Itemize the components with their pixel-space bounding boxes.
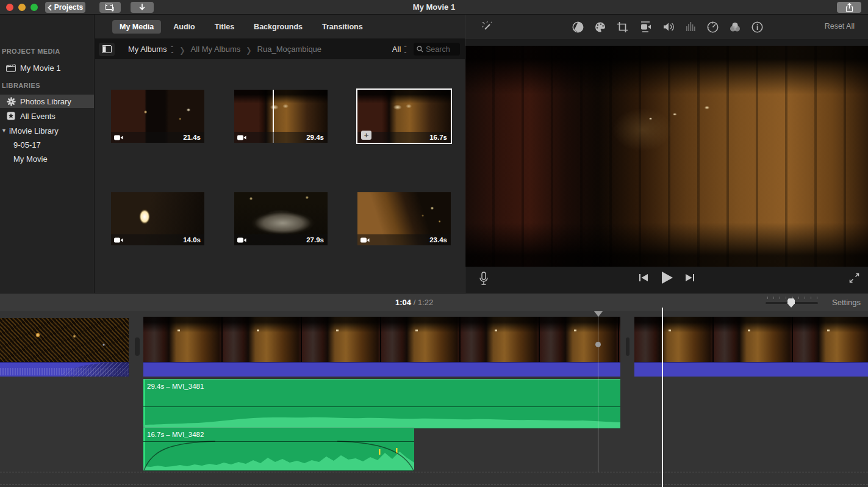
- clip-filter-circles-icon[interactable]: [729, 21, 741, 33]
- tab-audio[interactable]: Audio: [166, 20, 202, 34]
- sidebar-item-event-9-05-17[interactable]: 9-05-17: [0, 138, 94, 151]
- clip-duration: 16.7s: [429, 134, 447, 141]
- skimmer-handle-icon[interactable]: [594, 311, 603, 317]
- star-icon: [6, 112, 16, 120]
- color-balance-icon[interactable]: [572, 21, 584, 33]
- clip-info-icon[interactable]: [751, 21, 763, 33]
- share-button[interactable]: [837, 2, 861, 13]
- project-media-header: PROJECT MEDIA: [2, 48, 60, 55]
- albums-dropdown[interactable]: My Albums ⌃⌃: [128, 45, 174, 54]
- video-camera-icon: [237, 135, 246, 140]
- tab-titles[interactable]: Titles: [207, 20, 242, 34]
- browser-toolbar: My Albums ⌃⌃ › All My Albums › Rua_Moçam…: [95, 39, 465, 59]
- clip-thumbnail-3-selected[interactable]: + 16.7s: [356, 88, 452, 144]
- sidebar-item-all-events[interactable]: All Events: [0, 109, 94, 123]
- enhance-magic-wand-icon[interactable]: [481, 21, 493, 33]
- clip-duration: 23.4s: [429, 236, 447, 244]
- stabilization-camera-icon[interactable]: [639, 21, 652, 33]
- skimmer-dot[interactable]: [595, 342, 601, 347]
- sidebar-toggle-icon: [102, 45, 112, 53]
- timeline-clip-street-trees[interactable]: [0, 318, 129, 363]
- noise-reduction-eq-icon[interactable]: [686, 21, 697, 32]
- time-separator: /: [414, 298, 416, 307]
- breadcrumb-separator-icon: ›: [246, 37, 251, 61]
- back-button-label: Projects: [54, 3, 83, 12]
- previous-frame-button[interactable]: [639, 273, 648, 283]
- updown-chevron-icon: ⌃⌃: [403, 46, 407, 52]
- sidebar-item-label: iMovie Library: [9, 126, 59, 135]
- clip-gap-handle[interactable]: [626, 337, 629, 356]
- timeline-timecode: 1:04 / 1:22: [395, 298, 433, 307]
- sidebar-toggle-button[interactable]: [99, 43, 115, 56]
- audio-clip-mvi-3481[interactable]: 29.4s – MVI_3481: [143, 379, 620, 428]
- timeline-clip-corridor-main[interactable]: [143, 317, 620, 362]
- video-camera-icon: [360, 237, 370, 243]
- sidebar-item-label: 9-05-17: [13, 140, 41, 150]
- reset-all-button[interactable]: Reset All: [825, 22, 855, 31]
- next-frame-button[interactable]: [685, 273, 695, 283]
- timeline-clip-corridor-right[interactable]: [634, 317, 868, 362]
- timeline-clip-audio-band[interactable]: [143, 362, 620, 377]
- sidebar-item-label: Photos Library: [20, 97, 71, 106]
- tab-my-media[interactable]: My Media: [112, 20, 161, 34]
- breadcrumb-all-my-albums[interactable]: All My Albums: [191, 45, 241, 54]
- viewer-pane: Reset All: [465, 15, 868, 293]
- video-preview[interactable]: [465, 46, 868, 267]
- clip-gap-handle[interactable]: [135, 337, 140, 356]
- back-to-projects-button[interactable]: Projects: [45, 2, 85, 13]
- timeline[interactable]: 29.4s – MVI_3481 16.7s – MVI_3482: [0, 311, 868, 487]
- clip-duration: 14.0s: [183, 236, 201, 244]
- video-camera-icon: [114, 237, 123, 243]
- volume-icon[interactable]: [662, 21, 675, 32]
- audio-clip-label: 29.4s – MVI_3481: [147, 383, 204, 390]
- clip-thumbnail-1[interactable]: 21.4s: [111, 90, 204, 143]
- fullscreen-button[interactable]: [849, 273, 859, 283]
- clip-thumbnail-2[interactable]: 29.4s: [234, 90, 328, 143]
- browser-tabs: My Media Audio Titles Backgrounds Transi…: [95, 15, 465, 39]
- playhead[interactable]: [662, 308, 663, 487]
- search-field[interactable]: [414, 43, 460, 56]
- sidebar-item-event-my-movie[interactable]: My Movie: [0, 152, 94, 165]
- media-filter-dropdown[interactable]: All ⌃⌃: [392, 45, 407, 54]
- share-icon: [845, 3, 853, 12]
- timeline-settings-button[interactable]: Settings: [832, 298, 861, 307]
- imovie-window: My Movie 1 Projects PROJECT MEDIA: [0, 0, 868, 487]
- audio-clip-mvi-3482[interactable]: 16.7s – MVI_3482: [143, 427, 414, 471]
- sidebar-item-label: My Movie 1: [20, 63, 60, 73]
- zoom-window-button[interactable]: [30, 4, 38, 11]
- audio-fade-handles[interactable]: [143, 428, 414, 471]
- clip-thumbnail-5[interactable]: 27.9s: [234, 192, 328, 245]
- timeline-track-guide: [0, 472, 868, 472]
- clip-thumbnail-4[interactable]: 14.0s: [111, 192, 204, 245]
- clip-duration: 29.4s: [306, 134, 324, 141]
- timeline-clip-audio-band[interactable]: [634, 362, 868, 377]
- crop-icon[interactable]: [617, 21, 628, 33]
- tab-backgrounds[interactable]: Backgrounds: [246, 20, 310, 34]
- viewer-toolbar: Reset All: [465, 15, 868, 39]
- close-window-button[interactable]: [6, 4, 13, 11]
- minimize-window-button[interactable]: [18, 4, 26, 11]
- sidebar-item-photos-library[interactable]: Photos Library: [0, 95, 94, 108]
- skimmer-line: [598, 312, 598, 472]
- speed-gauge-icon[interactable]: [707, 21, 719, 33]
- sidebar-item-my-movie-1[interactable]: My Movie 1: [0, 61, 94, 74]
- current-time: 1:04: [395, 298, 411, 307]
- total-duration: 1:22: [418, 298, 433, 307]
- sidebar-item-imovie-library[interactable]: ▼ iMovie Library: [0, 124, 94, 137]
- clip-thumbnail-6[interactable]: 23.4s: [357, 192, 451, 245]
- audio-fade-out-overlay[interactable]: [62, 362, 129, 377]
- search-input[interactable]: [426, 45, 460, 54]
- play-button[interactable]: [659, 270, 674, 285]
- media-browser-button[interactable]: [99, 2, 121, 13]
- import-button[interactable]: [131, 2, 154, 13]
- timeline-header: 1:04 / 1:22 Settings: [0, 293, 868, 311]
- albums-dropdown-label: My Albums: [128, 45, 167, 54]
- tab-transitions[interactable]: Transitions: [315, 20, 370, 34]
- color-correction-palette-icon[interactable]: [594, 21, 606, 33]
- timeline-clip-audio-band[interactable]: [0, 362, 129, 377]
- titlebar: My Movie 1 Projects: [0, 0, 868, 15]
- volume-control-line[interactable]: [143, 406, 620, 407]
- disclosure-triangle-icon[interactable]: ▼: [1, 128, 7, 134]
- add-to-timeline-badge[interactable]: +: [361, 131, 371, 140]
- zoom-slider-thumb[interactable]: [787, 298, 795, 308]
